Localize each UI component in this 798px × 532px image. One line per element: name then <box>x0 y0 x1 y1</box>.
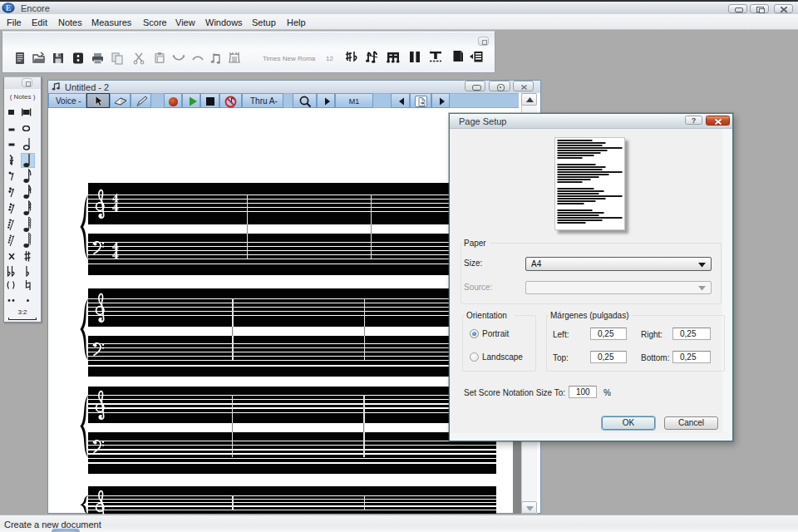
svg-text:E: E <box>6 3 12 12</box>
